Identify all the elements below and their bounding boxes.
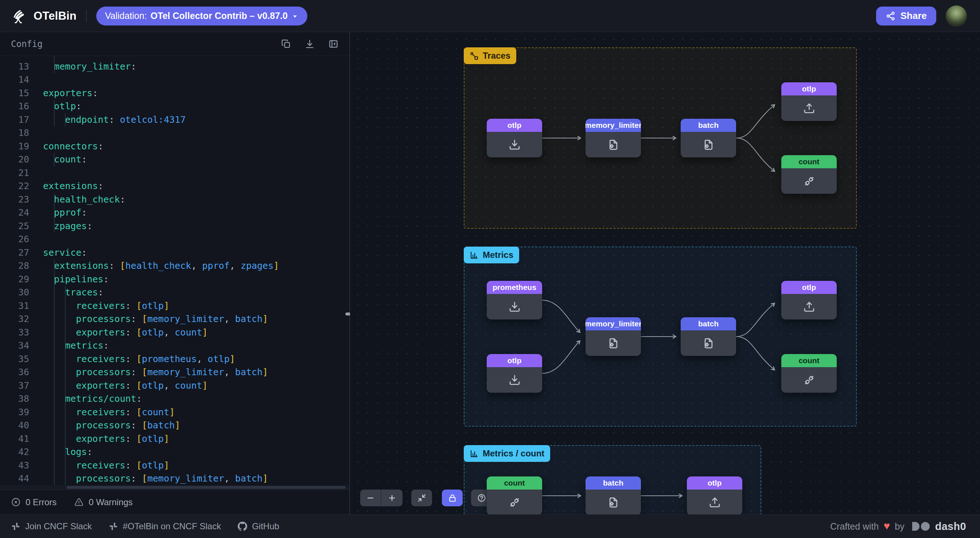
code-line: 40 processors: [batch] — [0, 419, 349, 432]
user-avatar[interactable] — [946, 5, 967, 27]
dash0-logo-icon[interactable] — [909, 521, 931, 532]
node-body — [687, 490, 742, 514]
pipeline-node-prometheus[interactable]: prometheus — [487, 281, 542, 319]
line-number: 31 — [0, 299, 29, 313]
code-line: 35 receivers: [prometheus, otlp] — [0, 352, 349, 366]
node-label: otlp — [687, 476, 742, 490]
collapse-panel-icon — [328, 39, 338, 49]
pipeline-node-otlp[interactable]: otlp — [687, 476, 742, 514]
pipeline-node-otlp[interactable]: otlp — [781, 83, 837, 121]
pipeline-node-memory_limiter[interactable]: memory_limiter — [585, 317, 641, 356]
download-icon — [305, 39, 315, 49]
github-link[interactable]: GitHub — [238, 521, 279, 532]
horizontal-scrollbar[interactable] — [0, 485, 349, 490]
code-line: 14 — [0, 73, 349, 87]
otelbin-app: OTelBin Validation: OTel Collector Contr… — [0, 0, 980, 538]
pipeline-node-otlp[interactable]: otlp — [487, 354, 542, 393]
collapse-panel-button[interactable] — [327, 38, 340, 50]
warnings-status: 0 Warnings — [74, 497, 133, 508]
otelbin-slack-link[interactable]: #OTelBin on CNCF Slack — [109, 521, 221, 532]
validation-dropdown[interactable]: Validation: OTel Collector Contrib – v0.… — [96, 6, 307, 25]
status-bar: 0 Errors 0 Warnings — [0, 490, 349, 514]
share-button[interactable]: Share — [876, 6, 936, 25]
code-editor[interactable]: 12 batch:13 memory_limiter:1415exporters… — [0, 56, 349, 490]
receiver-download-icon — [509, 301, 520, 313]
node-label: otlp — [487, 119, 542, 132]
line-number: 21 — [0, 167, 29, 180]
pipeline-node-otlp[interactable]: otlp — [781, 281, 837, 319]
node-label: batch — [681, 119, 736, 132]
line-number: 18 — [0, 126, 29, 140]
share-label: Share — [900, 10, 927, 22]
processor-file-icon — [608, 337, 619, 349]
code-line: 13 memory_limiter: — [0, 60, 349, 74]
pipeline-node-count[interactable]: count — [487, 476, 542, 514]
main-content: Config — [0, 32, 980, 514]
pipeline-node-memory_limiter[interactable]: memory_limiter — [585, 119, 641, 157]
line-number: 41 — [0, 432, 29, 446]
node-label: otlp — [487, 354, 542, 367]
line-number: 24 — [0, 206, 29, 220]
copy-config-button[interactable] — [280, 38, 293, 50]
line-number: 12 — [0, 56, 29, 60]
code-line: 24 pprof: — [0, 206, 349, 220]
errors-status: 0 Errors — [11, 497, 57, 508]
chevron-down-icon — [291, 12, 299, 20]
pipeline-node-otlp[interactable]: otlp — [487, 119, 542, 157]
node-label: otlp — [781, 281, 837, 294]
credit: Crafted with ♥ by dash0 — [830, 521, 966, 533]
pipeline-diagram-panel[interactable]: Traces Metrics Metrics / count — [350, 32, 980, 514]
line-number: 34 — [0, 339, 29, 352]
code-line: 31 receivers: [otlp] — [0, 299, 349, 313]
pipeline-node-batch[interactable]: batch — [681, 317, 736, 356]
node-label: otlp — [781, 83, 837, 95]
code-line: 27service: — [0, 246, 349, 260]
join-cncf-slack-link[interactable]: Join CNCF Slack — [11, 521, 92, 532]
editor-toolbar: Config — [0, 32, 349, 56]
copy-icon — [281, 39, 291, 49]
line-number: 26 — [0, 233, 29, 246]
code-line: 23 health_check: — [0, 193, 349, 206]
warning-icon — [74, 497, 84, 507]
code-line: 19connectors: — [0, 140, 349, 153]
connector-plug-icon — [803, 374, 815, 386]
node-body — [487, 132, 542, 157]
code-line: 34 metrics: — [0, 339, 349, 352]
line-number: 36 — [0, 366, 29, 379]
node-label: count — [781, 155, 837, 168]
pipeline-nodes: otlpmemory_limiterbatchotlpcountpromethe… — [350, 32, 980, 514]
line-number: 33 — [0, 326, 29, 340]
slack-icon — [109, 522, 118, 531]
node-label: memory_limiter — [585, 119, 641, 132]
line-number: 15 — [0, 87, 29, 100]
node-body — [487, 367, 542, 393]
download-config-button[interactable] — [303, 38, 316, 50]
node-body — [585, 330, 641, 356]
node-body — [585, 132, 641, 157]
line-number: 19 — [0, 140, 29, 153]
line-number: 17 — [0, 113, 29, 127]
node-body — [487, 490, 542, 514]
dash0-brand[interactable]: dash0 — [935, 521, 966, 533]
slack-icon — [11, 522, 21, 531]
line-number: 14 — [0, 73, 29, 87]
code-line: 37 exporters: [otlp, count] — [0, 379, 349, 393]
code-line: 12 batch: — [0, 56, 349, 60]
node-body — [781, 95, 837, 121]
config-panel-title: Config — [11, 39, 43, 49]
pipeline-node-count[interactable]: count — [781, 155, 837, 194]
config-editor-panel: Config — [0, 32, 349, 514]
node-body — [681, 330, 736, 356]
pipeline-node-batch[interactable]: batch — [585, 476, 641, 514]
code-line: 41 exporters: [otlp] — [0, 432, 349, 446]
line-number: 30 — [0, 286, 29, 299]
code-line: 25 zpages: — [0, 220, 349, 233]
node-body — [781, 294, 837, 319]
code-line: 43 receivers: [otlp] — [0, 459, 349, 473]
node-label: prometheus — [487, 281, 542, 294]
processor-file-icon — [608, 497, 619, 508]
pipeline-node-batch[interactable]: batch — [681, 119, 736, 157]
line-number: 20 — [0, 153, 29, 167]
exporter-upload-icon — [803, 102, 815, 114]
pipeline-node-count[interactable]: count — [781, 354, 837, 393]
